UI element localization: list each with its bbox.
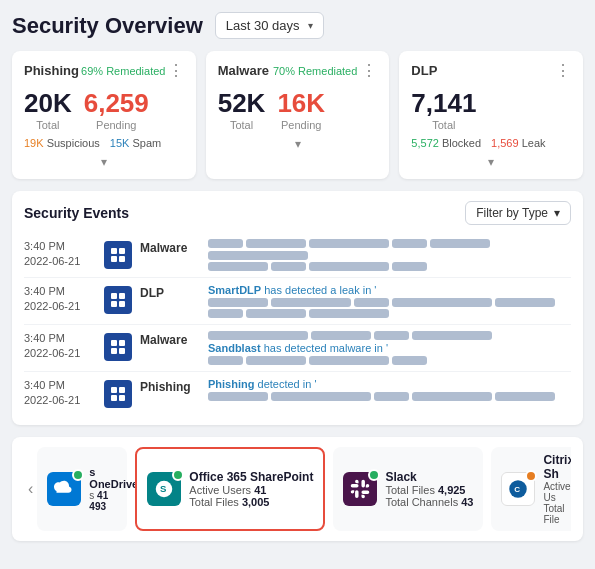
dlp-main-stats: 7,141 Total bbox=[411, 88, 571, 131]
dlp-card-title: DLP bbox=[411, 63, 437, 78]
event-row: 3:40 PM2022-06-21 Phishing Phishing dete… bbox=[24, 372, 571, 415]
office365-icon bbox=[104, 380, 132, 408]
phishing-card-title: Phishing bbox=[24, 63, 79, 78]
dlp-total: 7,141 bbox=[411, 88, 476, 118]
svg-text:S: S bbox=[160, 483, 167, 494]
dlp-sub-stats: 5,572 Blocked 1,569 Leak bbox=[411, 137, 571, 149]
slack-icon bbox=[343, 472, 377, 506]
phishing-remediated: 69% Remediated bbox=[81, 65, 165, 77]
svg-rect-0 bbox=[111, 248, 117, 254]
phishing-card: Phishing 69% Remediated ⋮ 20K Total 6,25… bbox=[12, 51, 196, 179]
event-alert-type: Sandblast bbox=[208, 342, 261, 354]
date-filter-label: Last 30 days bbox=[226, 18, 300, 33]
carousel-left-arrow[interactable]: ‹ bbox=[24, 480, 37, 498]
svg-rect-6 bbox=[111, 301, 117, 307]
citrix-carousel-item[interactable]: C Citrix Sh Active Us Total File bbox=[491, 447, 571, 531]
svg-rect-7 bbox=[119, 301, 125, 307]
event-alert-text: has detected malware in ' bbox=[264, 342, 388, 354]
event-alert-text: has detected a leak in ' bbox=[264, 284, 376, 296]
malware-card-header: Malware 70% Remediated ⋮ bbox=[218, 61, 378, 80]
dlp-expand-icon[interactable]: ▾ bbox=[411, 155, 571, 169]
phishing-menu-icon[interactable]: ⋮ bbox=[168, 61, 184, 80]
event-type-label: DLP bbox=[140, 286, 200, 300]
event-row: 3:40 PM2022-06-21 Malware Sandblast has … bbox=[24, 325, 571, 372]
event-description: Sandblast has detected malware in ' bbox=[208, 331, 571, 365]
citrix-info: Citrix Sh Active Us Total File bbox=[543, 453, 571, 525]
slack-info: Slack Total Files 4,925 Total Channels 4… bbox=[385, 470, 473, 508]
status-dot-orange bbox=[525, 470, 537, 482]
phishing-card-header: Phishing 69% Remediated ⋮ bbox=[24, 61, 184, 80]
phishing-pending: 6,259 bbox=[84, 88, 149, 118]
svg-rect-4 bbox=[111, 293, 117, 299]
office365-icon bbox=[104, 286, 132, 314]
page: Security Overview Last 30 days ▾ Phishin… bbox=[0, 0, 595, 553]
svg-rect-8 bbox=[111, 340, 117, 346]
svg-rect-11 bbox=[119, 348, 125, 354]
office365-icon bbox=[104, 333, 132, 361]
event-time: 3:40 PM2022-06-21 bbox=[24, 239, 96, 270]
sharepoint-app-name: Office 365 SharePoint bbox=[189, 470, 313, 484]
citrix-stat1: Active Us bbox=[543, 481, 571, 503]
event-description: Phishing detected in ' bbox=[208, 378, 571, 401]
status-dot-green bbox=[72, 469, 84, 481]
phishing-expand-icon[interactable]: ▾ bbox=[24, 155, 184, 169]
event-alert-text: detected in ' bbox=[258, 378, 317, 390]
chevron-down-icon: ▾ bbox=[308, 20, 313, 31]
onedrive-icon bbox=[47, 472, 81, 506]
malware-total-label: Total bbox=[218, 119, 266, 131]
malware-card-title: Malware bbox=[218, 63, 269, 78]
malware-pending: 16K bbox=[277, 88, 325, 118]
sharepoint-info: Office 365 SharePoint Active Users 41 To… bbox=[189, 470, 313, 508]
slack-total-files: Total Files 4,925 bbox=[385, 484, 473, 496]
svg-text:C: C bbox=[515, 485, 521, 494]
stats-cards-row: Phishing 69% Remediated ⋮ 20K Total 6,25… bbox=[12, 51, 583, 179]
citrix-app-name: Citrix Sh bbox=[543, 453, 571, 481]
svg-rect-15 bbox=[119, 395, 125, 401]
slack-carousel-item[interactable]: Slack Total Files 4,925 Total Channels 4… bbox=[333, 447, 483, 531]
page-title: Security Overview bbox=[12, 13, 203, 39]
carousel-item[interactable]: s OneDrive s 41 493 bbox=[37, 447, 127, 531]
malware-pending-group: 16K Pending bbox=[277, 88, 325, 131]
phishing-total-group: 20K Total bbox=[24, 88, 72, 131]
dlp-card: DLP ⋮ 7,141 Total 5,572 Blocked 1,569 Le… bbox=[399, 51, 583, 179]
phishing-pending-label: Pending bbox=[84, 119, 149, 131]
app-carousel: ‹ s OneDrive s 41 493 S bbox=[12, 437, 583, 541]
event-description bbox=[208, 239, 571, 271]
malware-menu-icon[interactable]: ⋮ bbox=[361, 61, 377, 80]
event-type-label: Phishing bbox=[140, 380, 200, 394]
dlp-card-header: DLP ⋮ bbox=[411, 61, 571, 80]
dlp-total-label: Total bbox=[411, 119, 476, 131]
date-filter-dropdown[interactable]: Last 30 days ▾ bbox=[215, 12, 324, 39]
phishing-sub-stats: 19K Suspicious 15K Spam bbox=[24, 137, 184, 149]
phishing-main-stats: 20K Total 6,259 Pending bbox=[24, 88, 184, 131]
events-title: Security Events bbox=[24, 205, 129, 221]
carousel-items-container: s OneDrive s 41 493 S Office 365 SharePo… bbox=[37, 447, 571, 531]
malware-remediated: 70% Remediated bbox=[273, 65, 357, 77]
onedrive-info: s OneDrive s 41 493 bbox=[89, 466, 138, 512]
svg-rect-10 bbox=[111, 348, 117, 354]
dlp-leak: 1,569 Leak bbox=[491, 137, 545, 149]
event-row: 3:40 PM2022-06-21 Malware bbox=[24, 233, 571, 278]
onedrive-app-name: s OneDrive bbox=[89, 466, 138, 490]
event-time: 3:40 PM2022-06-21 bbox=[24, 378, 96, 409]
filter-label: Filter by Type bbox=[476, 206, 548, 220]
sharepoint-carousel-item[interactable]: S Office 365 SharePoint Active Users 41 … bbox=[135, 447, 325, 531]
sharepoint-total-files: Total Files 3,005 bbox=[189, 496, 313, 508]
phishing-suspicious: 19K Suspicious bbox=[24, 137, 100, 149]
svg-rect-12 bbox=[111, 387, 117, 393]
event-type-label: Malware bbox=[140, 333, 200, 347]
malware-card: Malware 70% Remediated ⋮ 52K Total 16K P… bbox=[206, 51, 390, 179]
filter-type-dropdown[interactable]: Filter by Type ▾ bbox=[465, 201, 571, 225]
event-alert-type: SmartDLP bbox=[208, 284, 261, 296]
dlp-menu-icon[interactable]: ⋮ bbox=[555, 61, 571, 80]
event-time: 3:40 PM2022-06-21 bbox=[24, 331, 96, 362]
sharepoint-icon: S bbox=[147, 472, 181, 506]
onedrive-stat2: 493 bbox=[89, 501, 138, 512]
dlp-blocked: 5,572 Blocked bbox=[411, 137, 481, 149]
svg-rect-1 bbox=[119, 248, 125, 254]
svg-rect-9 bbox=[119, 340, 125, 346]
svg-rect-3 bbox=[119, 256, 125, 262]
office365-icon bbox=[104, 241, 132, 269]
event-type-label: Malware bbox=[140, 241, 200, 255]
malware-expand-icon[interactable]: ▾ bbox=[218, 137, 378, 151]
